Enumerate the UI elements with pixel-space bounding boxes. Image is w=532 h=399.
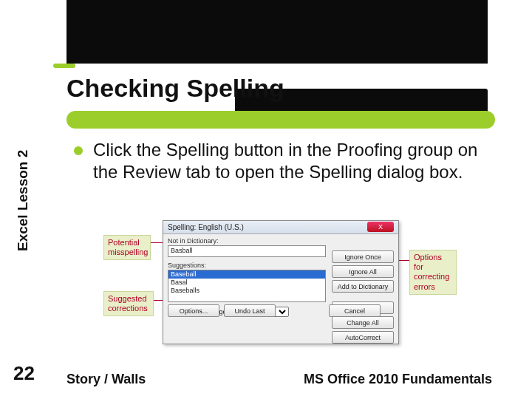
list-item[interactable]: Baseball [168,270,325,279]
not-in-dictionary-field[interactable]: Basball [168,245,326,257]
close-icon[interactable]: X [367,222,394,232]
footer-right: MS Office 2010 Fundamentals [304,372,492,387]
slide: Checking Spelling Excel Lesson 2 22 Clic… [0,0,532,399]
bullet-icon [74,146,83,155]
dialog-title-text: Spelling: English (U.S.) [168,221,244,233]
callout-suggested-corrections: Suggested corrections [103,291,154,316]
sidebar-lesson-label: Excel Lesson 2 [15,150,31,251]
decorative-green-stub [53,64,75,68]
not-in-dictionary-label: Not in Dictionary: [168,237,394,245]
change-all-button[interactable]: Change All [332,316,394,329]
bullet-text: Click the Spelling button in the Proofin… [93,139,488,183]
bullet-item: Click the Spelling button in the Proofin… [74,139,488,183]
undo-last-button[interactable]: Undo Last [224,304,276,317]
callout-options-correcting: Options for correcting errors [409,250,457,295]
spelling-dialog-figure: Potential misspelling Suggested correcti… [103,220,466,347]
cancel-button[interactable]: Cancel [329,304,381,317]
decorative-green-bar [66,111,495,129]
dialog-right-buttons: Ignore Once Ignore All Add to Dictionary… [332,250,394,344]
dialog-titlebar: Spelling: English (U.S.) X [163,221,398,234]
ignore-once-button[interactable]: Ignore Once [332,250,394,263]
callout-line [399,260,409,261]
page-number: 22 [13,362,35,385]
suggestions-list[interactable]: Baseball Basal Baseballs [168,270,326,302]
spelling-dialog: Spelling: English (U.S.) X Not in Dictio… [163,220,399,344]
dialog-body: Not in Dictionary: Basball Suggestions: … [163,234,398,320]
callout-potential-misspelling: Potential misspelling [103,235,151,260]
decorative-top-bar [66,0,488,64]
dialog-bottom-buttons: Options... Undo Last Cancel [168,304,381,317]
callout-line [154,300,163,301]
options-button[interactable]: Options... [168,304,219,317]
add-to-dictionary-button[interactable]: Add to Dictionary [332,280,394,293]
ignore-all-button[interactable]: Ignore All [332,265,394,278]
slide-title: Checking Spelling [66,74,284,103]
footer-left: Story / Walls [66,372,146,387]
list-item[interactable]: Basal [168,279,325,287]
autocorrect-button[interactable]: AutoCorrect [332,331,394,344]
callout-line [151,242,163,243]
list-item[interactable]: Baseballs [168,287,325,295]
